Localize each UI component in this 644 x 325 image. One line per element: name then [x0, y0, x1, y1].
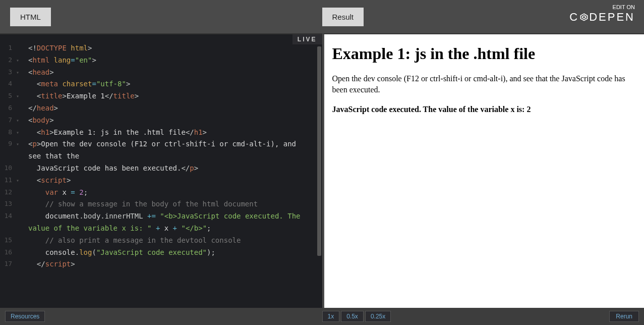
top-bar: HTML Result EDIT ON CDEPEN [0, 0, 644, 33]
code-line[interactable]: 2 ▾<html lang="en"> [0, 55, 322, 67]
code-content[interactable]: <!DOCTYPE html> [28, 42, 322, 55]
code-content[interactable]: <meta charset="utf-8"> [28, 78, 322, 90]
line-number: 15 [0, 235, 28, 247]
editor-scrollbar[interactable] [317, 46, 321, 293]
code-line[interactable]: 16 console.log("JavaScript code executed… [0, 247, 322, 259]
main-split: LIVE 1 <!DOCTYPE html>2 ▾<html lang="en"… [0, 33, 644, 308]
line-number: 2 ▾ [0, 55, 28, 67]
rerun-button[interactable]: Rerun [609, 311, 639, 322]
result-js-output: JavaScript code executed. The value of t… [332, 105, 531, 114]
tab-html[interactable]: HTML [10, 8, 51, 26]
fold-icon[interactable]: ▾ [16, 92, 20, 100]
code-content[interactable]: <p>Open the dev console (F12 or ctrl-shi… [28, 138, 322, 162]
line-number: 10 [0, 162, 28, 175]
code-line[interactable]: 11 ▾ <script> [0, 175, 322, 187]
fold-icon[interactable]: ▾ [16, 116, 20, 125]
code-editor[interactable]: 1 <!DOCTYPE html>2 ▾<html lang="en">3 ▾<… [0, 34, 322, 308]
line-number: 8 ▾ [0, 127, 28, 139]
code-content[interactable]: <html lang="en"> [28, 55, 322, 67]
line-number: 1 [0, 42, 28, 55]
line-number: 6 [0, 102, 28, 115]
zoom-controls: 1x 0.5x 0.25x [322, 311, 391, 322]
result-paragraph: Open the dev console (F12 or ctrl-shift-… [332, 73, 636, 96]
code-line[interactable]: 17 </script> [0, 258, 322, 270]
edit-on-label: EDIT ON [569, 4, 635, 11]
codepen-logo: CDEPEN [569, 11, 635, 25]
code-content[interactable]: <h1>Example 1: js in the .html file</h1> [28, 127, 322, 139]
code-line[interactable]: 8 ▾ <h1>Example 1: js in the .html file<… [0, 127, 322, 139]
line-number: 5 ▾ [0, 90, 28, 102]
zoom-0-5x-button[interactable]: 0.5x [341, 311, 364, 322]
code-content[interactable]: // show a message in the body of the htm… [28, 198, 322, 210]
fold-icon[interactable]: ▾ [16, 128, 20, 137]
code-content[interactable]: <title>Example 1</title> [28, 90, 322, 102]
zoom-0-25x-button[interactable]: 0.25x [365, 311, 391, 322]
code-content[interactable]: var x = 2; [28, 187, 322, 199]
code-line[interactable]: 5 ▾ <title>Example 1</title> [0, 90, 322, 102]
code-line[interactable]: 3 ▾<head> [0, 67, 322, 79]
line-number: 17 [0, 258, 28, 270]
tab-result[interactable]: Result [322, 8, 364, 26]
app-root: HTML Result EDIT ON CDEPEN LIVE 1 <!DOCT… [0, 0, 644, 325]
code-line[interactable]: 7 ▾<body> [0, 115, 322, 127]
code-content[interactable]: <body> [28, 115, 322, 127]
code-line[interactable]: 13 // show a message in the body of the … [0, 198, 322, 210]
bottom-bar: Resources 1x 0.5x 0.25x Rerun [0, 308, 644, 325]
line-number: 12 [0, 187, 28, 199]
code-content[interactable]: JavaScript code has been executed.</p> [28, 162, 322, 175]
line-number: 4 [0, 78, 28, 90]
code-content[interactable]: document.body.innerHTML += "<b>JavaScrip… [28, 210, 322, 235]
code-content[interactable]: </script> [28, 258, 322, 270]
result-content: Example 1: js in the .html file Open the… [324, 34, 645, 308]
code-content[interactable]: <head> [28, 67, 322, 79]
code-line[interactable]: 1 <!DOCTYPE html> [0, 42, 322, 55]
code-content[interactable]: console.log("JavaScript code executed"); [28, 247, 322, 259]
code-line[interactable]: 14 document.body.innerHTML += "<b>JavaSc… [0, 210, 322, 235]
scrollbar-thumb[interactable] [317, 46, 321, 256]
code-content[interactable]: <script> [28, 175, 322, 187]
editor-pane: LIVE 1 <!DOCTYPE html>2 ▾<html lang="en"… [0, 33, 322, 308]
fold-icon[interactable]: ▾ [16, 68, 20, 77]
codepen-gear-icon [579, 12, 589, 25]
code-line[interactable]: 6 </head> [0, 102, 322, 115]
line-number: 13 [0, 198, 28, 210]
resources-button[interactable]: Resources [5, 311, 45, 322]
line-number: 11 ▾ [0, 175, 28, 187]
svg-marker-1 [582, 16, 586, 19]
result-pane: Example 1: js in the .html file Open the… [322, 33, 645, 308]
code-line[interactable]: 12 var x = 2; [0, 187, 322, 199]
live-badge: LIVE [292, 34, 322, 44]
line-number: 16 [0, 247, 28, 259]
code-line[interactable]: 15 // also print a message in the devtoo… [0, 235, 322, 247]
code-line[interactable]: 4 <meta charset="utf-8"> [0, 78, 322, 90]
code-line[interactable]: 9 ▾<p>Open the dev console (F12 or ctrl-… [0, 138, 322, 162]
zoom-1x-button[interactable]: 1x [322, 311, 340, 322]
fold-icon[interactable]: ▾ [16, 176, 20, 185]
line-number: 9 ▾ [0, 138, 28, 162]
code-content[interactable]: // also print a message in the devtool c… [28, 235, 322, 247]
code-line[interactable]: 10 JavaScript code has been executed.</p… [0, 162, 322, 175]
line-number: 3 ▾ [0, 67, 28, 79]
code-content[interactable]: </head> [28, 102, 322, 115]
fold-icon[interactable]: ▾ [16, 56, 20, 65]
line-number: 7 ▾ [0, 115, 28, 127]
fold-icon[interactable]: ▾ [16, 140, 20, 148]
edit-on-codepen-link[interactable]: EDIT ON CDEPEN [569, 4, 635, 25]
line-number: 14 [0, 210, 28, 235]
result-heading: Example 1: js in the .html file [332, 44, 636, 63]
svg-marker-0 [580, 14, 588, 21]
